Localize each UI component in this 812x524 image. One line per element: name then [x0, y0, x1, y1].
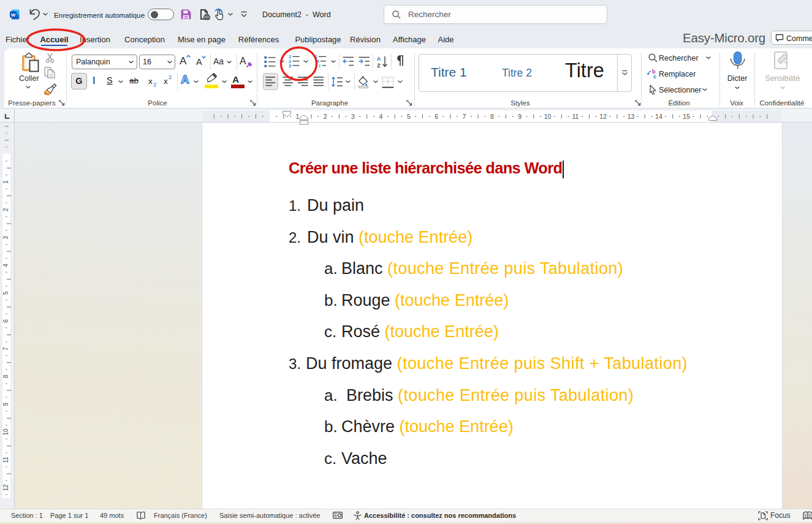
svg-text:14: 14 [655, 113, 662, 120]
svg-text:6: 6 [434, 113, 438, 120]
svg-text:10: 10 [2, 428, 9, 436]
svg-text:8: 8 [2, 374, 9, 378]
svg-text:3: 3 [2, 235, 9, 239]
svg-text:1: 1 [295, 113, 299, 120]
svg-text:13: 13 [628, 113, 635, 120]
svg-text:15: 15 [683, 113, 690, 120]
svg-text:9: 9 [518, 113, 522, 120]
svg-text:11: 11 [572, 113, 579, 120]
svg-text:7: 7 [463, 113, 466, 120]
svg-text:4: 4 [2, 264, 9, 267]
svg-text:5: 5 [407, 113, 411, 120]
svg-text:7: 7 [2, 347, 9, 351]
svg-text:11: 11 [2, 457, 9, 463]
svg-text:4: 4 [379, 113, 382, 120]
svg-text:2: 2 [2, 208, 9, 211]
svg-text:5: 5 [2, 291, 9, 295]
svg-text:8: 8 [490, 113, 494, 120]
svg-text:12: 12 [599, 113, 607, 120]
svg-text:2: 2 [324, 113, 327, 120]
svg-text:3: 3 [351, 113, 355, 120]
svg-text:6: 6 [2, 319, 9, 322]
svg-text:9: 9 [2, 402, 9, 406]
svg-text:1: 1 [2, 180, 9, 184]
svg-text:12: 12 [2, 484, 9, 492]
svg-text:10: 10 [544, 113, 552, 120]
